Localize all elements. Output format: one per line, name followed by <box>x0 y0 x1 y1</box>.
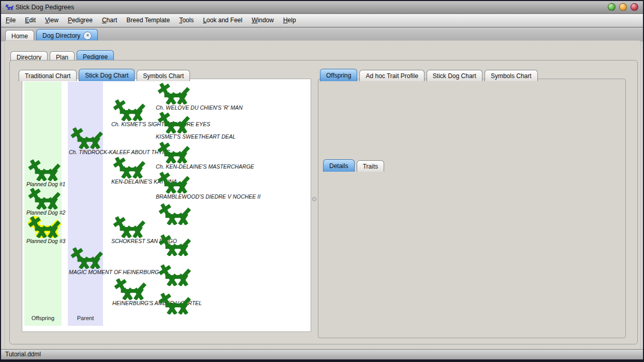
app-dog-icon <box>5 4 14 10</box>
stick-dog-ch-tindrock-kaleef-about-thyme[interactable] <box>67 126 105 149</box>
menu-file[interactable]: File <box>1 14 20 26</box>
doc-tab-home[interactable]: Home <box>5 30 34 41</box>
menu-bar: FileEditViewPedigreeChartBreed TemplateT… <box>1 14 643 27</box>
menu-breed-template[interactable]: Breed Template <box>122 14 174 26</box>
stick-dog-ch-welove-du-chien-s-r-man[interactable] <box>154 82 192 104</box>
stick-dog-magic-moment-of-heinerburg[interactable] <box>67 246 105 269</box>
dog-name-label: Ch. WELOVE DU CHIEN'S 'R' MAN <box>156 104 243 111</box>
offspring-panel <box>318 79 626 338</box>
stick-dog-schokrest-san-diego[interactable] <box>110 215 147 238</box>
doc-tab-dog-directory[interactable]: Dog Directory✕ <box>36 29 98 41</box>
stick-dog[interactable] <box>155 233 193 256</box>
tab-label: Pedigree <box>83 53 108 61</box>
parent-column <box>68 82 103 326</box>
stick-dog-ch-ken-delaine-s-mastercharge[interactable] <box>154 141 192 163</box>
stick-dog[interactable] <box>155 202 193 225</box>
right-tab-bar: OffspringAd hoc Trait ProfileStick Dog C… <box>320 67 540 79</box>
status-filename: Tutorial.ddml <box>5 351 41 358</box>
menu-chart[interactable]: Chart <box>97 14 122 26</box>
stick-dog-ch-kismet-s-sight-for-sore-eyes[interactable] <box>110 98 147 121</box>
detail-tab-traits[interactable]: Traits <box>357 160 385 172</box>
stick-dog-bramblewood-s-diedre-v-nochee-ii[interactable] <box>154 171 192 193</box>
menu-pedigree[interactable]: Pedigree <box>63 14 97 26</box>
splitter-handle[interactable] <box>312 197 316 201</box>
title-bar[interactable]: Stick Dog Pedigrees <box>1 1 643 14</box>
tab-label: Traits <box>363 163 378 170</box>
menu-view[interactable]: View <box>40 14 63 26</box>
tab-label: Offspring <box>326 72 351 79</box>
view-tab-bar: DirectoryPlanPedigree <box>10 49 116 61</box>
chart-tab-stick-dog-chart[interactable]: Stick Dog Chart <box>79 69 135 81</box>
tab-label: Symbols Chart <box>491 72 532 80</box>
tab-label: Stick Dog Chart <box>433 72 476 80</box>
stick-dog-chart-canvas[interactable]: OffspringParentPlanned Dog #1Planned Dog… <box>22 79 311 332</box>
dog-name-label: Planned Dog #3 <box>26 238 65 244</box>
stick-dog-heinerburg-s-amber-v-cartel[interactable] <box>111 277 148 300</box>
stick-dog-planned-dog-1[interactable] <box>25 158 62 181</box>
tab-label: Symbols Chart <box>143 72 184 80</box>
dog-name-label: KISMET'S SWEETHEART DEAL <box>156 133 236 140</box>
tab-label: Home <box>11 33 28 40</box>
detail-tab-bar: DetailsTraits <box>323 158 386 170</box>
minimize-button[interactable] <box>608 3 616 11</box>
close-button[interactable] <box>631 3 638 11</box>
menu-tools[interactable]: Tools <box>174 14 198 26</box>
document-tab-bar: HomeDog Directory✕ <box>1 27 643 41</box>
close-icon[interactable]: ✕ <box>83 32 92 40</box>
right-tab-symbols-chart[interactable]: Symbols Chart <box>485 70 538 81</box>
stick-dog-planned-dog-3[interactable] <box>25 215 62 238</box>
status-bar: Tutorial.ddml <box>1 349 643 359</box>
detail-tab-details[interactable]: Details <box>323 159 355 172</box>
stick-dog-ken-delaine-s-katrina[interactable] <box>110 156 147 178</box>
dog-name-label: MAGIC MOMENT OF HEINERBURG <box>69 269 159 275</box>
maximize-button[interactable] <box>619 3 627 11</box>
right-tab-offspring[interactable]: Offspring <box>320 69 357 81</box>
chart-tab-bar: Traditional ChartStick Dog ChartSymbols … <box>19 67 192 79</box>
window-title: Stick Dog Pedigrees <box>16 1 74 13</box>
chart-tab-traditional-chart[interactable]: Traditional Chart <box>19 70 77 81</box>
offspring-column-label: Offspring <box>24 315 62 321</box>
stick-dog-kismet-s-sweetheart-deal[interactable] <box>154 111 192 133</box>
tab-label: Dog Directory <box>42 32 80 39</box>
chart-tab-symbols-chart[interactable]: Symbols Chart <box>137 70 190 81</box>
menu-window[interactable]: Window <box>247 14 279 26</box>
right-tab-stick-dog-chart[interactable]: Stick Dog Chart <box>427 70 482 81</box>
dog-name-label: BRAMBLEWOOD'S DIEDRE V NOCHEE II <box>156 193 260 200</box>
stick-dog[interactable] <box>155 263 193 286</box>
menu-help[interactable]: Help <box>279 14 301 26</box>
tab-label: Details <box>329 162 348 170</box>
parent-column-label: Parent <box>68 315 103 321</box>
right-tab-ad-hoc-trait-profile[interactable]: Ad hoc Trait Profile <box>359 70 424 81</box>
tab-label: Ad hoc Trait Profile <box>365 72 418 80</box>
dog-name-label: Ch. KEN-DELAINE'S MASTERCHARGE <box>156 163 254 170</box>
stick-dog[interactable] <box>155 292 193 314</box>
menu-edit[interactable]: Edit <box>20 14 40 26</box>
stick-dog-planned-dog-2[interactable] <box>25 187 62 209</box>
tab-label: Traditional Chart <box>25 72 70 80</box>
tab-label: Stick Dog Chart <box>85 72 128 79</box>
menu-look-and-feel[interactable]: Look and Feel <box>198 14 247 26</box>
app-window: Stick Dog Pedigrees FileEditViewPedigree… <box>0 0 644 362</box>
